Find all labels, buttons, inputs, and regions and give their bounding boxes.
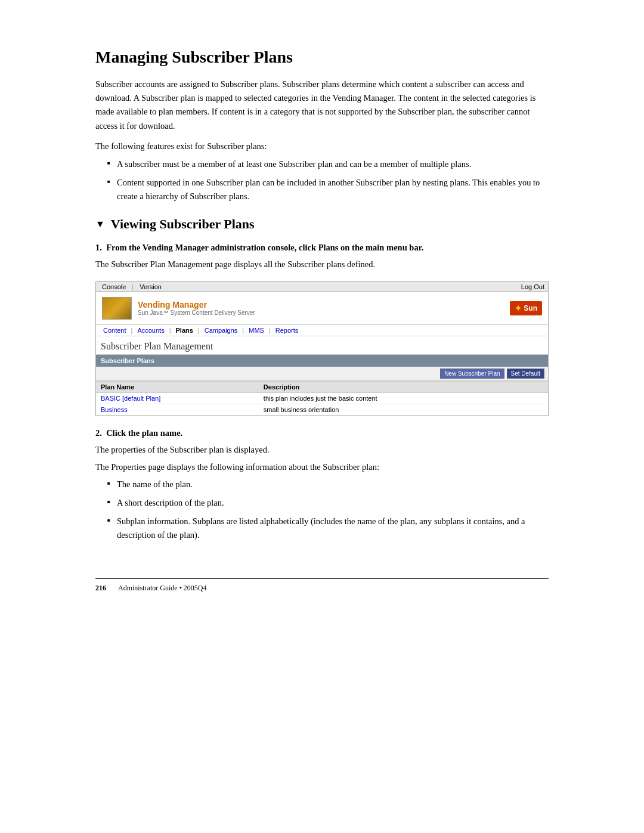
table-row: Business small business orientation — [96, 404, 548, 415]
brand-subtitle: Sun Java™ System Content Delivery Server — [138, 309, 255, 316]
ui-section-header: Subscriber Plans — [96, 355, 548, 367]
console-link[interactable]: Console — [100, 283, 128, 290]
step2-label: 2. Click the plan name. — [95, 428, 549, 438]
step2-desc1: The properties of the Subscriber plan is… — [95, 443, 549, 457]
col-plan-name: Plan Name — [96, 381, 259, 392]
ui-top-bar: Console | Version Log Out — [96, 282, 548, 292]
sun-logo: ✦ Sun — [510, 301, 542, 315]
set-default-button[interactable]: Set Default — [507, 368, 544, 379]
nav-campaigns[interactable]: Campaigns — [202, 327, 240, 334]
ui-header-left: Vending Manager Sun Java™ System Content… — [102, 297, 255, 320]
step2-text: Click the plan name. — [106, 428, 182, 438]
brand-name: Vending Manager — [138, 300, 255, 309]
nav-reports[interactable]: Reports — [273, 327, 301, 334]
ui-nav: Content | Accounts | Plans | Campaigns |… — [96, 325, 548, 336]
step2-list: The name of the plan. A short descriptio… — [95, 478, 549, 543]
list-item: The name of the plan. — [107, 478, 549, 491]
sun-logo-text: Sun — [524, 304, 537, 312]
step2: 2. Click the plan name. The properties o… — [95, 428, 549, 543]
list-item: A short description of the plan. — [107, 496, 549, 510]
plan-desc-basic: this plan includes just the basic conten… — [259, 392, 548, 404]
list-item: A subscriber must be a member of at leas… — [107, 157, 549, 171]
new-subscriber-plan-button[interactable]: New Subscriber Plan — [440, 368, 504, 379]
page-container: Managing Subscriber Plans Subscriber acc… — [0, 0, 644, 640]
plan-name-basic: BASIC [default Plan] — [96, 392, 259, 404]
plan-name-business: Business — [96, 404, 259, 415]
list-item: Subplan information. Subplans are listed… — [107, 515, 549, 542]
step1: 1. From the Vending Manager administrati… — [95, 243, 549, 416]
ui-screenshot: Console | Version Log Out Vending Manage… — [95, 281, 549, 416]
nav-mms[interactable]: MMS — [246, 327, 267, 334]
step2-desc2: The Properties page displays the followi… — [95, 460, 549, 474]
ui-page-title: Subscriber Plan Management — [96, 336, 548, 355]
list-item: Content supported in one Subscriber plan… — [107, 176, 549, 203]
ui-top-bar-left: Console | Version — [100, 283, 164, 290]
step1-label: 1. From the Vending Manager administrati… — [95, 243, 549, 253]
col-description: Description — [259, 381, 548, 392]
features-intro: The following features exist for Subscri… — [95, 141, 549, 151]
table-row: BASIC [default Plan] this plan includes … — [96, 392, 548, 404]
plan-link-basic[interactable]: BASIC [default Plan] — [101, 395, 160, 402]
logo-image — [102, 297, 132, 320]
features-list: A subscriber must be a member of at leas… — [95, 157, 549, 204]
version-link[interactable]: Version — [137, 283, 164, 290]
divider: | — [132, 283, 134, 290]
triangle-icon: ▼ — [95, 219, 105, 230]
brand-text: Vending Manager Sun Java™ System Content… — [138, 300, 255, 316]
ui-header: Vending Manager Sun Java™ System Content… — [96, 292, 548, 325]
subscriber-plans-table: Plan Name Description BASIC [default Pla… — [96, 381, 548, 416]
footer-page-number: 216 — [95, 584, 106, 593]
step1-text: From the Vending Manager administration … — [106, 243, 423, 252]
page-footer: 216 Administrator Guide • 2005Q4 — [95, 578, 549, 593]
logout-link[interactable]: Log Out — [521, 283, 544, 290]
nav-content[interactable]: Content — [101, 327, 129, 334]
ui-table-actions: New Subscriber Plan Set Default — [96, 367, 548, 381]
sun-star-icon: ✦ — [515, 304, 522, 313]
plan-link-business[interactable]: Business — [101, 406, 128, 413]
plan-desc-business: small business orientation — [259, 404, 548, 415]
section-heading: ▼ Viewing Subscriber Plans — [95, 216, 549, 232]
main-title: Managing Subscriber Plans — [95, 48, 549, 67]
logo-inner — [103, 298, 131, 319]
nav-accounts[interactable]: Accounts — [135, 327, 166, 334]
footer-text: Administrator Guide • 2005Q4 — [118, 584, 207, 593]
step1-description: The Subscriber Plan Management page disp… — [95, 258, 549, 271]
intro-paragraph: Subscriber accounts are assigned to Subs… — [95, 78, 549, 133]
nav-plans[interactable]: Plans — [174, 327, 196, 334]
